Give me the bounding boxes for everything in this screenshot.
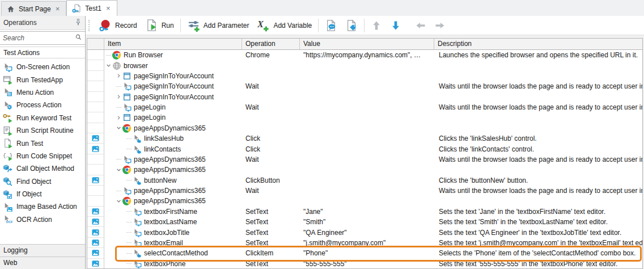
window-icon xyxy=(122,113,132,122)
operation-item-run-test[interactable]: Run Test xyxy=(0,137,85,149)
chevron-down-icon[interactable] xyxy=(115,167,122,173)
test-step-row[interactable]: buttonNewClickButtonClicks the 'buttonNe… xyxy=(87,175,642,186)
test-step-row[interactable]: pageSignInToYourAccount xyxy=(87,71,642,81)
search-input[interactable] xyxy=(3,34,75,42)
chevron-down-icon[interactable] xyxy=(115,125,122,131)
screenshot-thumbnail-icon[interactable] xyxy=(91,218,100,225)
add-label-button[interactable] xyxy=(341,18,362,33)
column-header-item[interactable]: Item xyxy=(104,39,242,49)
column-header-operation[interactable]: Operation xyxy=(242,39,300,49)
operation-item-label: On-Screen Action xyxy=(16,63,70,71)
tree-connector xyxy=(115,191,122,191)
test-step-row[interactable]: linkSalesHubClickClicks the 'linkSalesHu… xyxy=(87,133,642,144)
screenshot-thumbnail-icon[interactable] xyxy=(91,249,100,257)
chevron-down-icon[interactable] xyxy=(115,199,122,204)
home-icon xyxy=(7,5,15,13)
test-step-row[interactable]: linkContactsClickClicks the 'linkContact… xyxy=(87,144,642,154)
screenshot-thumbnail-icon[interactable] xyxy=(91,134,100,142)
item-label: pageLogin xyxy=(134,103,166,111)
item-cell: pageAppsDynamics365 xyxy=(104,196,242,206)
test-step-row[interactable]: pageLoginWaitWaits until the browser loa… xyxy=(87,102,642,112)
row-gutter-cell xyxy=(87,259,104,269)
row-gutter-cell xyxy=(87,92,104,102)
screenshot-thumbnail-icon[interactable] xyxy=(91,239,100,246)
operation-item-image-based-action[interactable]: Image Based Action xyxy=(0,200,85,213)
test-step-row[interactable]: textboxLastNameSetText"Smith"Sets the te… xyxy=(87,217,642,227)
item-cell: buttonNew xyxy=(104,175,242,186)
operation-item-if-object[interactable]: If Object xyxy=(0,188,85,200)
move-down-button[interactable] xyxy=(386,18,405,33)
value-cell xyxy=(300,123,434,133)
operation-item-label: Find Object xyxy=(16,178,51,186)
screenshot-thumbnail-icon[interactable] xyxy=(91,208,100,215)
test-step-row[interactable]: selectContactMethodClickItem"Phone"Selec… xyxy=(87,248,642,258)
item-cell: pageAppsDynamics365 xyxy=(104,123,242,133)
operation-item-run-script-routine[interactable]: Run Script Routine xyxy=(0,124,85,137)
move-right-button[interactable] xyxy=(430,18,450,33)
column-header-description[interactable]: Description xyxy=(434,39,642,49)
item-label: pageAppsDynamics365 xyxy=(134,155,206,163)
record-button[interactable]: Record xyxy=(94,18,141,33)
operation-item-run-keyword-test[interactable]: Run Keyword Test xyxy=(0,112,85,124)
test-step-row[interactable]: pageAppsDynamics365 xyxy=(87,123,642,133)
operation-item-find-object[interactable]: Find Object xyxy=(0,175,85,188)
screenshot-thumbnail-icon[interactable] xyxy=(91,260,100,267)
tag-icon xyxy=(345,19,358,32)
test-step-row[interactable]: Run BrowserChrome"https://mycompany.dyna… xyxy=(87,50,642,60)
test-step-row[interactable]: pageAppsDynamics365 xyxy=(87,165,642,175)
section-web[interactable]: Web xyxy=(0,257,85,269)
find-object-icon xyxy=(3,176,12,186)
toolbar-drag-handle[interactable] xyxy=(88,20,91,31)
onscreen-icon xyxy=(133,217,142,226)
operation-item-on-screen-action[interactable]: On-Screen Action xyxy=(0,61,85,73)
item-label: textboxLastName xyxy=(144,218,197,226)
section-test-actions[interactable]: Test Actions xyxy=(0,47,85,58)
pin-icon[interactable] xyxy=(74,18,82,27)
test-step-row[interactable]: pageAppsDynamics365WaitWaits until the b… xyxy=(87,186,642,196)
operation-item-menu-action[interactable]: Menu Action xyxy=(0,86,85,99)
test-step-row[interactable]: pageSignInToYourAccount xyxy=(87,92,642,102)
value-cell xyxy=(300,196,434,206)
screenshot-thumbnail-icon[interactable] xyxy=(91,176,100,184)
test-step-row[interactable]: browser xyxy=(87,60,642,70)
column-header-value[interactable]: Value xyxy=(300,39,434,49)
test-step-row[interactable]: pageLogin xyxy=(87,112,642,123)
test-step-row[interactable]: pageSignInToYourAccountWaitWaits until t… xyxy=(87,81,642,91)
description-cell: Waits until the browser loads the page a… xyxy=(434,81,642,91)
chevron-right-icon[interactable] xyxy=(115,94,122,99)
tree-connector xyxy=(125,180,133,180)
tab-start-page[interactable]: Start Page × xyxy=(1,1,66,16)
add-variable-button[interactable]: X Add Variable xyxy=(253,18,316,33)
close-icon[interactable]: × xyxy=(105,5,111,12)
chevron-right-icon[interactable] xyxy=(115,73,122,78)
screenshot-thumbnail-icon[interactable] xyxy=(91,229,100,236)
screenshot-thumbnail-icon[interactable] xyxy=(91,145,100,153)
operation-item-call-object-method[interactable]: Call Object Method xyxy=(0,162,85,175)
operation-item-label: Run Script Routine xyxy=(16,127,74,134)
section-logging[interactable]: Logging xyxy=(0,244,85,257)
test-step-row[interactable]: textboxPhoneSetText"555-555-555"Sets the… xyxy=(87,259,642,269)
run-button[interactable]: Run xyxy=(141,18,178,33)
description-cell xyxy=(434,112,642,123)
close-icon[interactable]: × xyxy=(55,5,61,12)
operation-item-ocr-action[interactable]: OCROCR Action xyxy=(0,213,85,226)
add-comment-button[interactable] xyxy=(321,18,341,33)
test-step-row[interactable]: textboxFirstNameSetText"Jane"Sets the te… xyxy=(87,207,642,217)
test-step-row[interactable]: pageAppsDynamics365WaitWaits until the b… xyxy=(87,154,642,165)
test-step-row[interactable]: textboxJobTitleSetText"QA Engineer"Sets … xyxy=(87,227,642,237)
test-step-row[interactable]: textboxEmailSetText"j.smith@mycompany.co… xyxy=(87,238,642,248)
chevron-right-icon[interactable] xyxy=(115,115,122,120)
chevron-down-icon[interactable] xyxy=(104,63,112,68)
operation-item-run-testedapp[interactable]: Run TestedApp xyxy=(0,73,85,86)
tab-test1[interactable]: Test1 × xyxy=(66,0,117,16)
test-step-row[interactable]: pageAppsDynamics365 xyxy=(87,196,642,206)
operation-item-run-code-snippet[interactable]: {…}Run Code Snippet xyxy=(0,150,85,162)
add-parameter-button[interactable]: Add Parameter xyxy=(183,18,253,33)
move-up-button[interactable] xyxy=(367,18,386,33)
item-label: pageSignInToYourAccount xyxy=(134,82,214,90)
arrow-left-icon xyxy=(415,20,426,31)
move-left-button[interactable] xyxy=(411,18,430,33)
operation-item-process-action[interactable]: Process Action xyxy=(0,99,85,111)
description-cell xyxy=(434,196,642,206)
window-icon xyxy=(122,93,132,102)
